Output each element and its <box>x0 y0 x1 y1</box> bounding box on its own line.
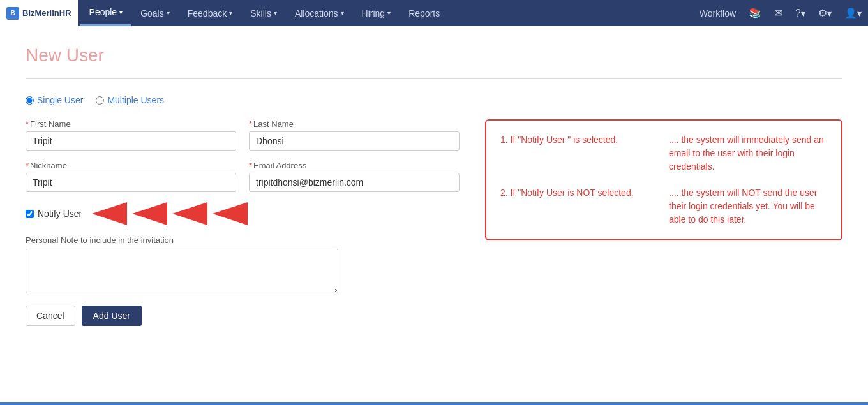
nav-item-allocations[interactable]: Allocations ▾ <box>286 0 353 26</box>
info-item-2-left: 2. If "Notify User is NOT selected, <box>500 186 659 226</box>
nav-items: People ▾ Goals ▾ Feedback ▾ Skills ▾ All… <box>80 0 693 26</box>
email-group: *Email Address <box>249 161 460 192</box>
arrow-left-3 <box>172 202 207 225</box>
form-right: 1. If "Notify User " is selected, .... t… <box>485 119 842 326</box>
notify-user-checkbox[interactable] <box>26 210 34 218</box>
svg-marker-2 <box>172 202 207 225</box>
svg-marker-3 <box>213 202 248 225</box>
bottom-line <box>0 402 868 405</box>
form-left: *First Name *Last Name *Nickname <box>26 119 460 326</box>
nickname-email-row: *Nickname *Email Address <box>26 161 460 192</box>
chevron-down-icon: ▾ <box>119 9 123 16</box>
page-title: New User <box>26 45 842 66</box>
nav-item-goals[interactable]: Goals ▾ <box>131 0 179 26</box>
brand-logo[interactable]: B BizMerlinHR <box>0 0 78 26</box>
arrow-left-2 <box>132 202 167 225</box>
nav-item-reports[interactable]: Reports <box>400 0 449 26</box>
chevron-down-icon: ▾ <box>167 10 170 17</box>
nav-workflow[interactable]: Workflow <box>693 0 742 26</box>
nav-item-feedback[interactable]: Feedback ▾ <box>179 0 241 26</box>
nav-mail-icon[interactable]: ✉ <box>768 0 789 26</box>
name-row: *First Name *Last Name <box>26 119 460 151</box>
notify-user-label: Notify User <box>38 209 82 219</box>
nav-item-hiring[interactable]: Hiring ▾ <box>353 0 400 26</box>
notify-user-row: Notify User <box>26 202 460 225</box>
brand-name: BizMerlinHR <box>22 8 71 18</box>
user-type-radio-group: Single User Multiple Users <box>26 95 842 105</box>
svg-marker-1 <box>132 202 167 225</box>
nickname-label: *Nickname <box>26 161 236 170</box>
info-box: 1. If "Notify User " is selected, .... t… <box>485 119 842 240</box>
chevron-down-icon: ▾ <box>857 8 862 18</box>
email-input[interactable] <box>249 173 460 192</box>
info-item-2-right: .... the system will NOT send the user t… <box>669 186 827 226</box>
email-label: *Email Address <box>249 161 460 170</box>
first-name-input[interactable] <box>26 131 236 151</box>
first-name-label: *First Name <box>26 119 236 129</box>
nickname-group: *Nickname <box>26 161 236 192</box>
form-section: *First Name *Last Name *Nickname <box>26 119 842 326</box>
arrow-left-1 <box>92 202 127 225</box>
chevron-down-icon: ▾ <box>341 10 344 17</box>
radio-multiple-users[interactable]: Multiple Users <box>96 95 164 105</box>
last-name-input[interactable] <box>249 131 460 151</box>
radio-single-user[interactable]: Single User <box>26 95 83 105</box>
chevron-down-icon: ▾ <box>827 8 832 18</box>
button-row: Cancel Add User <box>26 306 460 326</box>
chevron-down-icon: ▾ <box>274 10 277 17</box>
nickname-input[interactable] <box>26 173 236 192</box>
page-divider <box>26 78 842 79</box>
info-item-1-left: 1. If "Notify User " is selected, <box>500 133 659 173</box>
chevron-down-icon: ▾ <box>801 8 805 18</box>
arrows-container <box>92 202 248 225</box>
brand-icon: B <box>6 7 19 20</box>
first-name-group: *First Name <box>26 119 236 151</box>
nav-item-skills[interactable]: Skills ▾ <box>241 0 286 26</box>
last-name-label: *Last Name <box>249 119 460 129</box>
chevron-down-icon: ▾ <box>387 10 391 17</box>
page-content: New User Single User Multiple Users *Fir… <box>0 26 868 405</box>
arrow-left-4 <box>213 202 248 225</box>
cancel-button[interactable]: Cancel <box>26 306 75 326</box>
chevron-down-icon: ▾ <box>229 10 232 17</box>
nav-item-people[interactable]: People ▾ <box>80 0 132 26</box>
info-item-1-right: .... the system will immediately send an… <box>669 133 827 173</box>
nav-help-icon[interactable]: ? ▾ <box>789 0 812 26</box>
svg-marker-0 <box>92 202 127 225</box>
navbar: B BizMerlinHR People ▾ Goals ▾ Feedback … <box>0 0 868 26</box>
last-name-group: *Last Name <box>249 119 460 151</box>
personal-note-label: Personal Note to include in the invitati… <box>26 235 460 245</box>
personal-note-textarea[interactable] <box>26 249 338 293</box>
add-user-button[interactable]: Add User <box>82 306 142 326</box>
nav-courses-icon[interactable]: 📚 <box>742 0 768 26</box>
nav-settings-icon[interactable]: ⚙ ▾ <box>812 0 838 26</box>
nav-right: Workflow 📚 ✉ ? ▾ ⚙ ▾ 👤 ▾ <box>693 0 868 26</box>
nav-user-avatar[interactable]: 👤 ▾ <box>838 0 868 26</box>
